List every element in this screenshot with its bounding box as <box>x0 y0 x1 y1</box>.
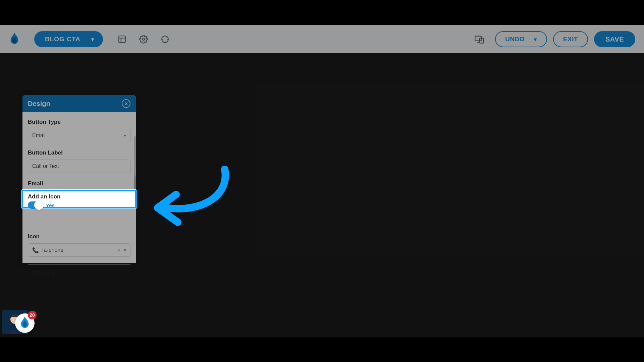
add-icon-toggle-value: Yes <box>46 202 55 208</box>
notification-count-badge: 20 <box>28 311 37 319</box>
add-icon-label: Add an Icon <box>28 193 130 200</box>
svg-point-1 <box>143 38 145 41</box>
app-area: BLOG CTA ▾ UNDO ▾ EXIT SAVE <box>0 25 644 337</box>
design-panel: Design ✕ Button Type Email ▾ Button Labe… <box>22 95 136 263</box>
crosshair-icon[interactable] <box>161 35 169 44</box>
page-selector-dropdown[interactable]: BLOG CTA ▾ <box>34 31 103 47</box>
flame-logo-icon <box>9 33 20 46</box>
button-type-value: Email <box>32 132 46 138</box>
clear-icon[interactable]: × <box>117 247 120 253</box>
email-label: Email <box>28 180 130 187</box>
close-icon[interactable]: ✕ <box>122 99 130 108</box>
panel-body: Button Type Email ▾ Button Label Call or… <box>22 112 136 263</box>
svg-rect-0 <box>119 36 125 43</box>
chevron-down-icon: ▾ <box>124 247 126 253</box>
toolbar-icons <box>118 35 169 44</box>
gear-icon[interactable] <box>139 35 148 44</box>
support-chat-widget[interactable]: 20 <box>2 310 33 334</box>
button-label-input[interactable]: Call or Text <box>28 160 130 173</box>
layout-icon[interactable] <box>118 35 126 44</box>
undo-button[interactable]: UNDO ▾ <box>495 31 547 47</box>
save-label: SAVE <box>605 36 624 43</box>
chevron-down-icon: ▾ <box>124 133 126 138</box>
devices-icon[interactable] <box>474 34 484 44</box>
icon-value: fa-phone <box>42 247 63 253</box>
exit-label: EXIT <box>563 36 578 43</box>
add-an-icon-highlight: Add an Icon Yes <box>21 190 137 208</box>
button-label-label: Button Label <box>28 149 130 156</box>
exit-button[interactable]: EXIT <box>553 31 588 47</box>
chevron-down-icon: ▾ <box>534 36 537 43</box>
add-icon-toggle[interactable] <box>28 201 43 209</box>
icon-field-label: Icon <box>28 233 130 240</box>
save-button[interactable]: SAVE <box>594 31 635 47</box>
top-toolbar: BLOG CTA ▾ UNDO ▾ EXIT SAVE <box>0 25 644 53</box>
icon-select[interactable]: 📞 fa-phone × ▾ <box>28 243 130 257</box>
panel-title: Design <box>28 100 50 108</box>
button-type-label: Button Type <box>28 119 130 125</box>
chevron-down-icon: ▾ <box>91 36 94 43</box>
annotation-arrow-icon <box>151 166 241 234</box>
page-selector-label: BLOG CTA <box>45 36 80 43</box>
button-label-value: Call or Text <box>32 163 59 169</box>
button-type-select[interactable]: Email ▾ <box>28 129 130 142</box>
phone-icon: 📞 <box>32 247 39 253</box>
collapsed-section[interactable]: UTTON 2 <box>28 264 130 277</box>
panel-header: Design ✕ <box>22 95 136 112</box>
undo-label: UNDO <box>505 36 525 43</box>
